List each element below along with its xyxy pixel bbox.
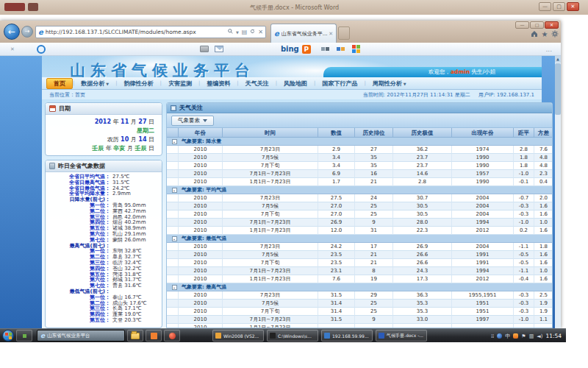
group-row[interactable]: -气象要素: 最高气温 [167, 283, 552, 291]
taskbar-clock[interactable]: 11:54 [545, 333, 562, 339]
ie-close-button[interactable]: ✕ [545, 21, 559, 29]
table-row[interactable]: 20101月1日~7月23日12.03122.320120.21.6 [167, 227, 552, 235]
row-expand-cell [167, 300, 179, 308]
table-row[interactable]: 20107月1日~7月23日26.9928.01994-1.01.0 [167, 219, 552, 227]
bing-badge[interactable]: P [302, 45, 311, 54]
refresh-icon[interactable] [250, 29, 255, 35]
table-row[interactable]: 20107月23日2.92736.219742.87.6 [167, 146, 552, 154]
taskbar-window-2[interactable]: C:\Windows\s... [267, 330, 318, 342]
new-tab-button[interactable] [338, 26, 350, 40]
nav-item-2[interactable]: 数据分析▼ [74, 79, 115, 88]
table-row[interactable]: 20107月5候3.43523.719901.84.8 [167, 154, 552, 162]
scrollbar-thumb[interactable] [555, 63, 561, 115]
nav-item-8[interactable]: 国家下行产品 [315, 79, 364, 88]
table-row[interactable]: 20107月下旬3.43523.719901.84.8 [167, 162, 552, 170]
cell-extreme-year: 1990 [452, 162, 514, 170]
word-maximize-button[interactable]: ▢ [553, 2, 565, 11]
taskbar-window-4[interactable]: 气候手册.docx -... [376, 330, 427, 342]
volume-icon[interactable]: ◄) [537, 333, 542, 339]
taskbar-ie-window[interactable]: e 山东省气候业务平台 [37, 330, 125, 342]
launcher-icon[interactable] [337, 47, 345, 51]
autocomplete-arrow-icon[interactable]: ▼ [236, 30, 239, 35]
collapse-icon[interactable]: - [172, 236, 177, 241]
nav-item-4[interactable]: 灾害监测 [162, 79, 198, 88]
tray-overflow-icon[interactable]: ⁞⁞ [491, 333, 494, 339]
table-row[interactable]: 20107月5候31.42535.31951-0.31.9 [167, 300, 552, 308]
cell-year: 2010 [179, 219, 223, 227]
word-minimize-button[interactable]: — [539, 2, 551, 11]
taskbar-pinned-app[interactable] [16, 330, 32, 342]
start-button[interactable] [2, 330, 14, 342]
table-row[interactable]: 20107月下旬27.02530.52004-0.31.6 [167, 210, 552, 219]
ie-maximize-button[interactable]: ▢ [530, 21, 544, 29]
page-scrollbar[interactable]: ▲ [555, 56, 561, 328]
home-icon[interactable] [530, 30, 539, 39]
collapse-icon[interactable]: - [172, 285, 177, 290]
table-row[interactable]: 20107月1日~7月23日6.91614.61957-1.02.3 [167, 170, 552, 178]
group-row[interactable]: -气象要素: 最低气温 [167, 235, 552, 243]
cell-time: 7月下旬 [223, 259, 318, 267]
network-globe-icon[interactable] [497, 333, 502, 339]
taskbar-media-app[interactable] [164, 330, 180, 342]
table-row[interactable]: 20107月23日31.52936.31955,1951-0.32.5 [167, 291, 552, 300]
address-url[interactable]: http://192.168.137.1/SLCCLIMATE/modules/… [46, 29, 225, 35]
favorites-star-icon[interactable]: ★ [540, 30, 549, 39]
search-icon[interactable] [228, 29, 233, 35]
table-row[interactable]: 20107月23日27.52430.72004-0.72.0 [167, 194, 552, 202]
table-row[interactable]: 20107月下旬23.52126.61991-0.51.6 [167, 259, 552, 267]
compatibility-icon[interactable]: ▤ [242, 29, 248, 35]
date-segment: 年 [111, 118, 121, 125]
tools-gear-icon[interactable] [551, 30, 559, 39]
table-row[interactable]: 20101月1日~7月23日7.61917.32012-0.41.6 [167, 275, 552, 283]
group-expand-cell: - [167, 138, 179, 146]
compass-icon[interactable] [37, 45, 46, 54]
bing-logo[interactable]: bing [281, 45, 299, 53]
antivirus-icon[interactable] [513, 333, 518, 339]
taskbar-window-1[interactable]: Win2008 (VS2... [212, 330, 264, 342]
camera-icon[interactable] [321, 47, 329, 51]
word-close-button[interactable]: ✕ [567, 2, 579, 11]
column-header-7: 距平 [514, 128, 534, 138]
taskbar-explorer[interactable] [127, 330, 143, 342]
row-expand-cell [167, 154, 179, 162]
ie-minimize-button[interactable]: — [515, 21, 529, 29]
nav-item-6[interactable]: 天气关注 [239, 79, 276, 88]
cell-value: 27.0 [318, 202, 355, 210]
overflow-ellipsis[interactable]: ... [545, 46, 552, 53]
browser-tab[interactable]: e 山东省气候业务平... ✕ [270, 24, 337, 43]
action-center-flag-icon[interactable]: ⚑ [521, 333, 526, 339]
table-row[interactable]: 20107月1日~7月23日31.5933.01997-1.01.1 [167, 316, 552, 324]
nav-item-1[interactable]: 首页 [46, 78, 73, 89]
stop-icon[interactable]: ✕ [258, 29, 263, 35]
network-icon[interactable]: ▥ [529, 333, 534, 339]
group-row[interactable]: -气象要素: 降水量 [167, 138, 552, 146]
table-row[interactable]: 20107月23日24.21726.92004-1.11.8 [167, 243, 552, 251]
address-bar[interactable]: e http://192.168.137.1/SLCCLIMATE/module… [35, 26, 266, 38]
table-row[interactable]: 20107月1日~7月23日23.1824.31994-1.11.0 [167, 267, 552, 275]
collapse-icon[interactable]: - [172, 188, 177, 193]
nav-item-5[interactable]: 整编资料 [200, 79, 237, 88]
table-row[interactable]: 20107月5候23.52126.61991-0.51.6 [167, 251, 552, 259]
collapse-icon[interactable]: - [172, 139, 177, 144]
tab-close-icon[interactable]: ✕ [329, 31, 333, 37]
apps-grid-icon[interactable] [352, 45, 360, 53]
nav-item-3[interactable]: 韵律性分析 [118, 79, 160, 88]
back-button[interactable]: ← [4, 24, 20, 40]
close-toolbar-icon[interactable]: ✕ [10, 46, 15, 52]
table-row[interactable]: 20107月下旬31.42535.31951-0.31.9 [167, 308, 552, 316]
cell-rank: 35 [355, 162, 393, 170]
mail-icon[interactable] [215, 46, 223, 52]
taskbar-window-3[interactable]: 192.168.59.99... [321, 330, 373, 342]
nav-item-7[interactable]: 风险地图 [277, 79, 314, 88]
element-filter-button[interactable]: 气象要素 [171, 116, 214, 126]
forward-button[interactable]: → [21, 26, 33, 38]
ime-icon[interactable]: 中 [505, 333, 510, 340]
scrollbar-up-arrow[interactable]: ▲ [555, 56, 561, 63]
table-row[interactable]: 20107月5候27.02530.52004-0.31.6 [167, 202, 552, 210]
taskbar-app-orange[interactable] [146, 330, 162, 342]
table-row[interactable]: 20101月1日~7月23日1.7212.81990-0.10.4 [167, 178, 552, 186]
card-reader-icon[interactable] [200, 46, 209, 52]
row-expand-cell [167, 275, 179, 283]
group-row[interactable]: -气象要素: 平均气温 [167, 186, 552, 194]
nav-item-9[interactable]: 周期性分析▼ [366, 79, 413, 88]
